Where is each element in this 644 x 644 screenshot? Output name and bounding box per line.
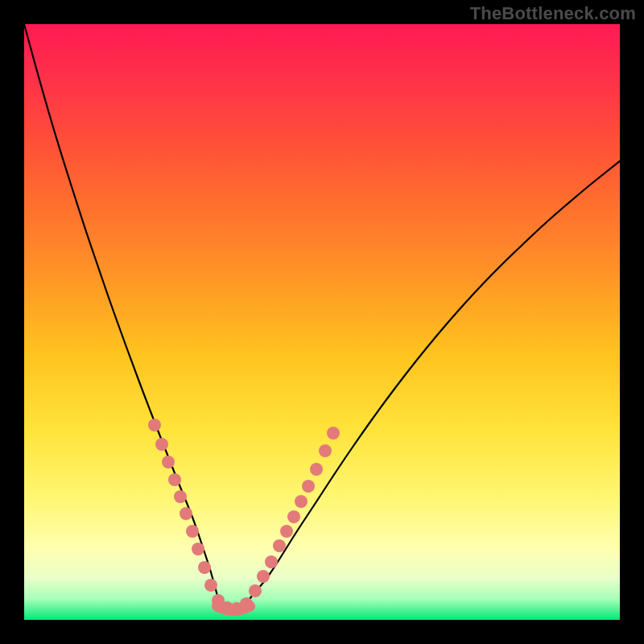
marker-point [302, 480, 315, 493]
marker-point [148, 419, 161, 431]
marker-point [273, 539, 286, 552]
marker-point [180, 507, 192, 520]
chart-frame: TheBottleneck.com [0, 0, 644, 644]
watermark-text: TheBottleneck.com [470, 3, 636, 24]
marker-point [319, 444, 332, 457]
marker-point [155, 438, 168, 451]
marker-point [168, 473, 181, 486]
marker-point [295, 495, 308, 508]
marker-point [327, 427, 340, 440]
marker-point [204, 579, 217, 592]
marker-point [162, 456, 175, 469]
plot-area [24, 24, 620, 620]
marker-point [240, 597, 253, 610]
marker-point [186, 525, 199, 538]
marker-point [280, 525, 293, 538]
marker-point [174, 490, 187, 503]
chart-svg [24, 24, 620, 620]
marker-point [198, 561, 211, 574]
marker-point [249, 584, 262, 597]
marker-point [310, 463, 323, 476]
marker-point [192, 543, 204, 555]
marker-point [257, 570, 270, 583]
marker-point [265, 555, 278, 568]
gradient-background [24, 24, 620, 620]
marker-point [287, 510, 300, 523]
